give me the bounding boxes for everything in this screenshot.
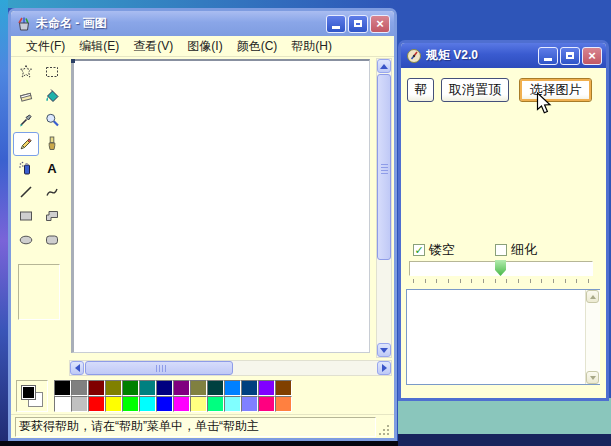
resize-grip[interactable] [378, 424, 390, 436]
current-colors-indicator [16, 380, 48, 412]
desktop-bottom-left [0, 441, 398, 446]
slider-tick [471, 279, 472, 283]
color-swatch-FFFF00[interactable] [105, 396, 122, 412]
slider-tick [553, 279, 554, 283]
vertical-scroll-thumb[interactable] [377, 74, 391, 260]
color-picker-icon [18, 112, 34, 128]
textarea-scrollbar[interactable] [585, 290, 600, 384]
down-arrow-icon [590, 376, 596, 380]
color-swatch-8080FF[interactable] [241, 396, 258, 412]
menu-item-5[interactable]: 帮助(H) [284, 36, 339, 57]
tool-rounded-rectangle[interactable] [39, 228, 65, 252]
left-arrow-icon [75, 364, 80, 372]
color-swatch-FFFFFF[interactable] [54, 396, 71, 412]
result-textarea[interactable] [406, 289, 600, 385]
color-swatch-8000FF[interactable] [258, 380, 275, 396]
slider-thumb[interactable] [495, 260, 506, 276]
minimize-icon [332, 26, 340, 29]
scroll-down-button[interactable] [377, 343, 391, 357]
tool-polygon[interactable] [39, 204, 65, 228]
color-swatch-0080FF[interactable] [224, 380, 241, 396]
horizontal-scroll-thumb[interactable] [85, 361, 233, 375]
checkbox-xihua[interactable]: 细化 [495, 241, 537, 259]
svg-text:A: A [47, 161, 57, 176]
close-icon: × [588, 49, 596, 62]
color-swatch-0000FF[interactable] [156, 396, 173, 412]
color-swatch-808080[interactable] [71, 380, 88, 396]
scroll-right-button[interactable] [377, 361, 391, 375]
tool-line[interactable] [13, 180, 39, 204]
paint-maximize-button[interactable] [348, 15, 368, 33]
color-swatch-00FF00[interactable] [122, 396, 139, 412]
guiju-minimize-button[interactable] [538, 47, 558, 65]
status-text: 要获得帮助，请在“帮助”菜单中，单击“帮助主 [15, 417, 376, 437]
menu-item-1[interactable]: 编辑(E) [72, 36, 126, 57]
color-swatch-FF00FF[interactable] [173, 396, 190, 412]
paint-titlebar[interactable]: 未命名 - 画图 × [11, 11, 394, 36]
tool-ellipse[interactable] [13, 228, 39, 252]
tool-select[interactable] [39, 60, 65, 84]
menu-item-0[interactable]: 文件(F) [19, 36, 72, 57]
checkbox-box[interactable] [495, 244, 507, 256]
tool-curve[interactable] [39, 180, 65, 204]
guiju-titlebar[interactable]: 规矩 V2.0 × [401, 43, 606, 68]
vertical-scrollbar[interactable] [376, 58, 392, 358]
tool-color-picker[interactable] [13, 108, 39, 132]
tool-pencil[interactable] [13, 132, 39, 156]
color-swatch-800000[interactable] [88, 380, 105, 396]
paint-minimize-button[interactable] [326, 15, 346, 33]
tool-free-form-select[interactable] [13, 60, 39, 84]
help-button[interactable]: 帮 [407, 78, 434, 102]
tool-eraser[interactable] [13, 84, 39, 108]
color-swatch-008080[interactable] [139, 380, 156, 396]
tool-brush[interactable] [39, 132, 65, 156]
slider-track[interactable] [409, 261, 593, 276]
color-swatch-00FF80[interactable] [207, 396, 224, 412]
tool-text[interactable]: A [39, 156, 65, 180]
choose-picture-button[interactable]: 选择图片 [519, 78, 592, 102]
color-swatch-004080[interactable] [241, 380, 258, 396]
menu-item-3[interactable]: 图像(I) [180, 36, 229, 57]
color-swatch-000000[interactable] [54, 380, 71, 396]
color-swatch-FF0000[interactable] [88, 396, 105, 412]
color-swatch-00FFFF[interactable] [139, 396, 156, 412]
color-swatch-808040[interactable] [190, 380, 207, 396]
color-swatch-000080[interactable] [156, 380, 173, 396]
guiju-close-button[interactable]: × [582, 47, 602, 65]
textarea-scroll-down-button[interactable] [586, 371, 599, 384]
color-swatch-FF8040[interactable] [275, 396, 292, 412]
color-swatch-808000[interactable] [105, 380, 122, 396]
line-icon [18, 184, 34, 200]
color-swatch-C0C0C0[interactable] [71, 396, 88, 412]
scroll-left-button[interactable] [70, 361, 84, 375]
color-swatch-FF0080[interactable] [258, 396, 275, 412]
checkbox-louking[interactable]: ✓ 镂空 [413, 241, 455, 259]
text-icon: A [44, 160, 60, 176]
textarea-scroll-up-button[interactable] [586, 290, 599, 303]
color-swatch-FFFF80[interactable] [190, 396, 207, 412]
menu-item-2[interactable]: 查看(V) [126, 36, 180, 57]
color-swatch-804000[interactable] [275, 380, 292, 396]
tool-magnifier[interactable] [39, 108, 65, 132]
canvas-resize-handle[interactable] [71, 59, 75, 63]
paint-close-button[interactable]: × [370, 15, 390, 33]
color-swatch-008000[interactable] [122, 380, 139, 396]
brush-icon [44, 136, 60, 152]
tool-fill[interactable] [39, 84, 65, 108]
up-arrow-icon [590, 295, 596, 299]
color-swatch-800080[interactable] [173, 380, 190, 396]
drawing-canvas[interactable] [71, 59, 370, 353]
horizontal-scrollbar[interactable] [69, 360, 392, 376]
tool-rectangle[interactable] [13, 204, 39, 228]
cancel-topmost-button[interactable]: 取消置顶 [441, 78, 509, 102]
color-swatch-80FFFF[interactable] [224, 396, 241, 412]
scroll-up-button[interactable] [377, 59, 391, 73]
curve-icon [44, 184, 60, 200]
color-swatch-004040[interactable] [207, 380, 224, 396]
checkbox-box[interactable]: ✓ [413, 244, 425, 256]
menu-item-4[interactable]: 颜色(C) [230, 36, 285, 57]
tool-airbrush[interactable] [13, 156, 39, 180]
slider-tick [588, 279, 589, 283]
slider-tick [495, 279, 496, 283]
guiju-maximize-button[interactable] [560, 47, 580, 65]
